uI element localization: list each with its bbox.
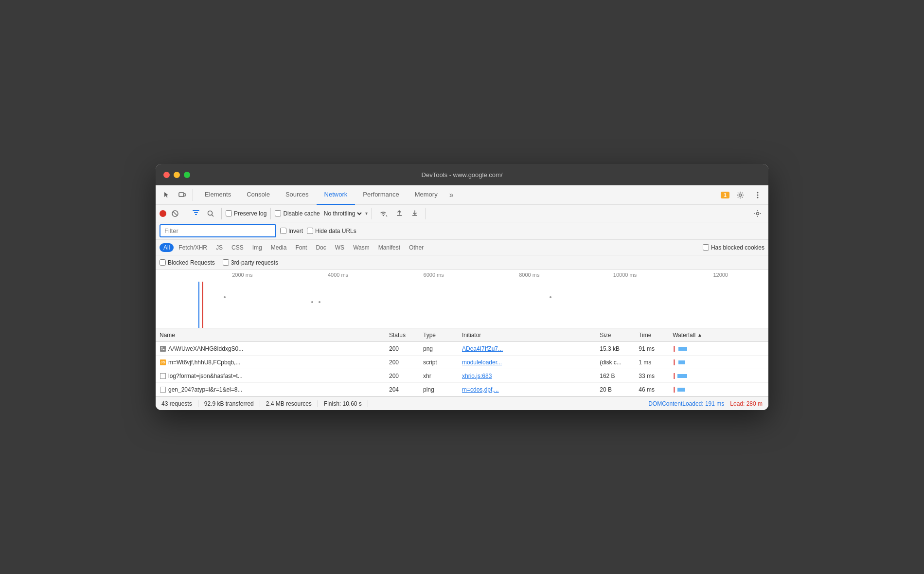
filter-row: Invert Hide data URLs — [156, 222, 768, 240]
col-header-type[interactable]: Type — [423, 332, 462, 339]
svg-point-4 — [757, 194, 759, 196]
tab-network[interactable]: Network — [317, 185, 355, 205]
timeline-labels: 2000 ms 4000 ms 6000 ms 8000 ms 10000 ms… — [156, 272, 768, 278]
network-toolbar: Preserve log Disable cache No throttling… — [156, 205, 768, 222]
minimize-button[interactable] — [174, 172, 180, 178]
row-status: 200 — [389, 373, 423, 379]
col-header-waterfall[interactable]: Waterfall ▲ — [673, 332, 764, 339]
timeline-label-2000: 2000 ms — [195, 272, 290, 278]
blocked-row: Blocked Requests 3rd-party requests — [156, 255, 768, 270]
tab-console[interactable]: Console — [239, 185, 278, 205]
filter-font[interactable]: Font — [291, 243, 311, 252]
invert-checkbox[interactable]: Invert — [280, 228, 303, 234]
row-initiator: ADea4I7IfZu7... — [462, 345, 600, 352]
more-tabs-icon[interactable]: » — [445, 191, 458, 199]
row-status: 204 — [389, 386, 423, 393]
col-header-status[interactable]: Status — [389, 332, 423, 339]
disable-cache-checkbox[interactable]: Disable cache — [275, 210, 320, 217]
clear-icon[interactable] — [168, 208, 182, 219]
hide-data-urls-checkbox[interactable]: Hide data URLs — [307, 228, 356, 234]
ping-icon — [160, 386, 166, 393]
table-row[interactable]: AAWUweXANHG8IddxgS0... 200 png ADea4I7If… — [156, 342, 768, 356]
filter-icon[interactable] — [190, 207, 202, 220]
tab-elements[interactable]: Elements — [197, 185, 239, 205]
svg-line-9 — [212, 215, 213, 216]
load-time: Load: 280 m — [730, 400, 763, 407]
transferred-size: 92.9 kB transferred — [198, 400, 260, 407]
initiator-link[interactable]: moduleloader... — [462, 359, 502, 366]
search-icon[interactable] — [204, 208, 217, 219]
initiator-link[interactable]: xhrio.js:683 — [462, 373, 492, 379]
filter-css[interactable]: CSS — [228, 243, 248, 252]
has-blocked-cookies-checkbox[interactable]: Has blocked cookies — [703, 244, 764, 251]
row-time: 91 ms — [639, 345, 673, 352]
row-type: ping — [423, 386, 462, 393]
xhr-icon — [160, 373, 166, 379]
timeline-label-4000: 4000 ms — [290, 272, 386, 278]
row-initiator: moduleloader... — [462, 359, 600, 366]
filter-media[interactable]: Media — [267, 243, 291, 252]
settings-icon[interactable] — [733, 189, 747, 201]
row-size: 20 B — [600, 386, 639, 393]
initiator-link[interactable]: ADea4I7IfZu7... — [462, 345, 503, 352]
row-name: JS m=Wt6vjf,hhhU8,FCpbqb,... — [160, 359, 389, 366]
row-type: png — [423, 345, 462, 352]
row-name: gen_204?atyp=i&r=1&ei=8... — [160, 386, 389, 393]
timeline-content — [156, 282, 768, 328]
col-header-name[interactable]: Name — [160, 332, 389, 339]
download-icon[interactable] — [408, 208, 422, 219]
col-header-time[interactable]: Time — [639, 332, 673, 339]
filter-js[interactable]: JS — [212, 243, 227, 252]
filter-all[interactable]: All — [160, 243, 174, 252]
row-waterfall — [673, 373, 764, 379]
filter-fetch-xhr[interactable]: Fetch/XHR — [175, 243, 211, 252]
filter-img[interactable]: Img — [249, 243, 266, 252]
close-button[interactable] — [163, 172, 170, 178]
more-options-icon[interactable] — [751, 189, 764, 201]
filter-ws[interactable]: WS — [331, 243, 348, 252]
table-row[interactable]: gen_204?atyp=i&r=1&ei=8... 204 ping m=cd… — [156, 383, 768, 396]
dom-content-loaded: DOMContentLoaded: 191 ms — [648, 400, 724, 407]
upload-icon[interactable] — [392, 208, 406, 219]
col-header-size[interactable]: Size — [600, 332, 639, 339]
maximize-button[interactable] — [184, 172, 190, 178]
table-row[interactable]: log?format=json&hasfast=t... 200 xhr xhr… — [156, 369, 768, 383]
window-title: DevTools - www.google.com/ — [422, 171, 503, 179]
filter-wasm[interactable]: Wasm — [349, 243, 373, 252]
throttle-select[interactable]: No throttling — [322, 210, 363, 217]
filter-other[interactable]: Other — [405, 243, 427, 252]
initiator-link[interactable]: m=cdos,dpf,... — [462, 386, 499, 393]
titlebar: DevTools - www.google.com/ — [156, 164, 768, 185]
timeline-label-12000: 12000 — [673, 272, 768, 278]
wifi-icon[interactable] — [376, 208, 391, 219]
filter-input[interactable] — [160, 224, 276, 237]
third-party-requests-checkbox[interactable]: 3rd-party requests — [223, 259, 278, 266]
network-settings-icon[interactable] — [751, 208, 764, 219]
tab-sources[interactable]: Sources — [278, 185, 317, 205]
filter-manifest[interactable]: Manifest — [374, 243, 404, 252]
device-toggle-icon[interactable] — [175, 189, 189, 201]
svg-line-10 — [386, 215, 387, 216]
timeline-dot-1 — [224, 296, 226, 298]
tab-performance[interactable]: Performance — [355, 185, 407, 205]
img-icon — [160, 345, 166, 352]
col-header-initiator[interactable]: Initiator — [462, 332, 600, 339]
timeline-label-6000: 6000 ms — [386, 272, 481, 278]
cursor-icon[interactable] — [160, 189, 173, 201]
script-icon: JS — [160, 359, 166, 366]
finish-time: Finish: 10.60 s — [318, 400, 368, 407]
row-initiator: m=cdos,dpf,... — [462, 386, 600, 393]
table-row[interactable]: JS m=Wt6vjf,hhhU8,FCpbqb,... 200 script … — [156, 356, 768, 369]
tab-memory[interactable]: Memory — [407, 185, 445, 205]
filter-doc[interactable]: Doc — [312, 243, 330, 252]
notification-badge[interactable]: 1 — [721, 192, 729, 198]
record-button[interactable] — [160, 210, 166, 217]
preserve-log-checkbox[interactable]: Preserve log — [226, 210, 267, 217]
svg-point-13 — [161, 347, 163, 348]
blocked-requests-checkbox[interactable]: Blocked Requests — [160, 259, 215, 266]
type-filter-right: Has blocked cookies — [703, 244, 764, 251]
tab-navigation: Elements Console Sources Network Perform… — [197, 185, 715, 205]
timeline-label-8000: 8000 ms — [481, 272, 577, 278]
toolbar-divider-4 — [270, 208, 271, 219]
timeline-dot-4 — [550, 296, 551, 298]
